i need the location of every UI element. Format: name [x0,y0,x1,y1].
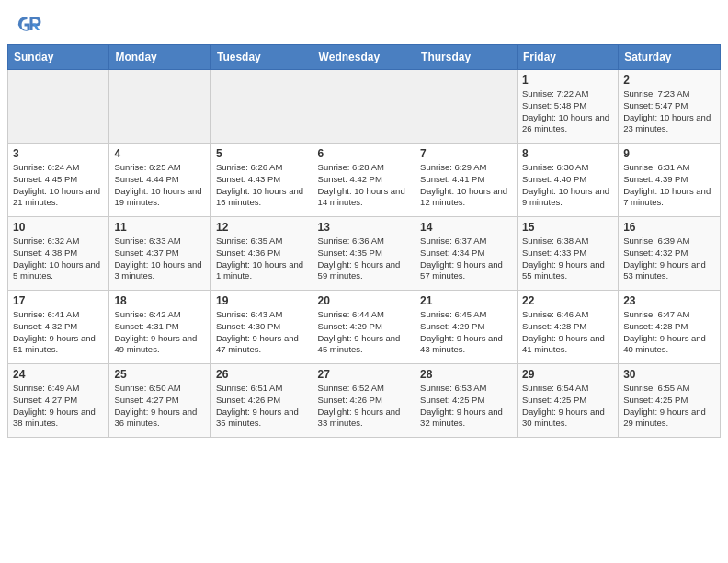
day-info: Sunrise: 6:45 AM Sunset: 4:29 PM Dayligh… [420,309,512,356]
weekday-header: Saturday [619,45,721,70]
calendar-cell: 9Sunrise: 6:31 AM Sunset: 4:39 PM Daylig… [619,144,721,217]
day-number: 10 [13,221,104,234]
day-info: Sunrise: 6:43 AM Sunset: 4:30 PM Dayligh… [216,309,308,356]
calendar-cell: 10Sunrise: 6:32 AM Sunset: 4:38 PM Dayli… [8,217,109,291]
day-info: Sunrise: 6:28 AM Sunset: 4:42 PM Dayligh… [318,162,410,209]
calendar-cell [210,70,313,144]
day-number: 18 [114,294,206,307]
day-number: 6 [318,147,410,160]
day-info: Sunrise: 6:51 AM Sunset: 4:26 PM Dayligh… [216,383,308,430]
day-number: 22 [522,294,613,307]
calendar-cell: 12Sunrise: 6:35 AM Sunset: 4:36 PM Dayli… [210,217,313,291]
day-number: 25 [114,368,206,381]
calendar-cell: 29Sunrise: 6:54 AM Sunset: 4:25 PM Dayli… [518,364,619,438]
day-number: 8 [522,147,613,160]
day-number: 20 [318,294,410,307]
day-number: 11 [114,221,206,234]
day-number: 14 [420,221,512,234]
day-number: 13 [318,221,410,234]
calendar-cell: 23Sunrise: 6:47 AM Sunset: 4:28 PM Dayli… [619,291,721,364]
calendar-cell: 28Sunrise: 6:53 AM Sunset: 4:25 PM Dayli… [415,364,518,438]
day-info: Sunrise: 6:55 AM Sunset: 4:25 PM Dayligh… [623,383,715,430]
calendar-cell: 11Sunrise: 6:33 AM Sunset: 4:37 PM Dayli… [109,217,211,291]
day-info: Sunrise: 6:49 AM Sunset: 4:27 PM Dayligh… [13,383,104,430]
day-number: 21 [420,294,512,307]
day-info: Sunrise: 6:41 AM Sunset: 4:32 PM Dayligh… [13,309,104,356]
day-number: 30 [623,368,715,381]
weekday-header: Monday [109,45,211,70]
calendar-cell [313,70,415,144]
calendar-cell: 18Sunrise: 6:42 AM Sunset: 4:31 PM Dayli… [109,291,211,364]
day-number: 9 [623,147,715,160]
day-info: Sunrise: 6:42 AM Sunset: 4:31 PM Dayligh… [114,309,206,356]
weekday-header: Tuesday [210,45,313,70]
calendar-cell: 17Sunrise: 6:41 AM Sunset: 4:32 PM Dayli… [8,291,109,364]
day-number: 5 [216,147,308,160]
day-info: Sunrise: 6:50 AM Sunset: 4:27 PM Dayligh… [114,383,206,430]
day-info: Sunrise: 6:32 AM Sunset: 4:38 PM Dayligh… [13,236,104,282]
weekday-header: Sunday [8,45,109,70]
calendar-cell: 30Sunrise: 6:55 AM Sunset: 4:25 PM Dayli… [619,364,721,438]
day-number: 24 [13,368,104,381]
day-number: 12 [216,221,308,234]
day-number: 16 [623,221,715,234]
calendar-cell: 6Sunrise: 6:28 AM Sunset: 4:42 PM Daylig… [313,144,415,217]
day-info: Sunrise: 6:46 AM Sunset: 4:28 PM Dayligh… [522,309,613,356]
day-number: 1 [522,74,613,86]
day-number: 23 [623,294,715,307]
day-info: Sunrise: 6:54 AM Sunset: 4:25 PM Dayligh… [522,383,613,430]
day-info: Sunrise: 6:37 AM Sunset: 4:34 PM Dayligh… [420,236,512,282]
calendar-cell: 8Sunrise: 6:30 AM Sunset: 4:40 PM Daylig… [518,144,619,217]
calendar-cell: 21Sunrise: 6:45 AM Sunset: 4:29 PM Dayli… [415,291,518,364]
day-info: Sunrise: 6:39 AM Sunset: 4:32 PM Dayligh… [623,236,715,282]
day-number: 28 [420,368,512,381]
calendar-cell: 24Sunrise: 6:49 AM Sunset: 4:27 PM Dayli… [8,364,109,438]
calendar-cell: 3Sunrise: 6:24 AM Sunset: 4:45 PM Daylig… [8,144,109,217]
day-info: Sunrise: 6:38 AM Sunset: 4:33 PM Dayligh… [522,236,613,282]
day-info: Sunrise: 7:23 AM Sunset: 5:47 PM Dayligh… [623,88,715,135]
day-info: Sunrise: 6:26 AM Sunset: 4:43 PM Dayligh… [216,162,308,209]
day-number: 4 [114,147,206,160]
day-info: Sunrise: 6:29 AM Sunset: 4:41 PM Dayligh… [420,162,512,209]
day-info: Sunrise: 6:44 AM Sunset: 4:29 PM Dayligh… [318,309,410,356]
day-number: 15 [522,221,613,234]
day-info: Sunrise: 6:33 AM Sunset: 4:37 PM Dayligh… [114,236,206,282]
calendar-cell [415,70,518,144]
day-number: 19 [216,294,308,307]
day-info: Sunrise: 6:36 AM Sunset: 4:35 PM Dayligh… [318,236,410,282]
logo [15,11,46,39]
day-info: Sunrise: 6:47 AM Sunset: 4:28 PM Dayligh… [623,309,715,356]
day-info: Sunrise: 6:25 AM Sunset: 4:44 PM Dayligh… [114,162,206,209]
calendar-cell: 20Sunrise: 6:44 AM Sunset: 4:29 PM Dayli… [313,291,415,364]
calendar-cell: 2Sunrise: 7:23 AM Sunset: 5:47 PM Daylig… [619,70,721,144]
day-info: Sunrise: 6:31 AM Sunset: 4:39 PM Dayligh… [623,162,715,209]
calendar-table: SundayMondayTuesdayWednesdayThursdayFrid… [7,44,721,438]
calendar-cell: 16Sunrise: 6:39 AM Sunset: 4:32 PM Dayli… [619,217,721,291]
weekday-header: Wednesday [313,45,415,70]
calendar-cell: 26Sunrise: 6:51 AM Sunset: 4:26 PM Dayli… [210,364,313,438]
day-number: 17 [13,294,104,307]
day-number: 2 [623,74,715,86]
day-info: Sunrise: 6:53 AM Sunset: 4:25 PM Dayligh… [420,383,512,430]
calendar-cell [8,70,109,144]
calendar-cell: 14Sunrise: 6:37 AM Sunset: 4:34 PM Dayli… [415,217,518,291]
day-number: 27 [318,368,410,381]
weekday-header: Thursday [415,45,518,70]
day-info: Sunrise: 7:22 AM Sunset: 5:48 PM Dayligh… [522,88,613,135]
header [0,0,728,44]
calendar-cell: 13Sunrise: 6:36 AM Sunset: 4:35 PM Dayli… [313,217,415,291]
day-number: 29 [522,368,613,381]
calendar-cell: 4Sunrise: 6:25 AM Sunset: 4:44 PM Daylig… [109,144,211,217]
day-number: 7 [420,147,512,160]
calendar-cell: 7Sunrise: 6:29 AM Sunset: 4:41 PM Daylig… [415,144,518,217]
day-info: Sunrise: 6:24 AM Sunset: 4:45 PM Dayligh… [13,162,104,209]
calendar-cell: 1Sunrise: 7:22 AM Sunset: 5:48 PM Daylig… [518,70,619,144]
day-number: 3 [13,147,104,160]
day-info: Sunrise: 6:35 AM Sunset: 4:36 PM Dayligh… [216,236,308,282]
calendar-cell: 19Sunrise: 6:43 AM Sunset: 4:30 PM Dayli… [210,291,313,364]
calendar-cell: 5Sunrise: 6:26 AM Sunset: 4:43 PM Daylig… [210,144,313,217]
calendar-cell [109,70,211,144]
calendar-cell: 25Sunrise: 6:50 AM Sunset: 4:27 PM Dayli… [109,364,211,438]
day-info: Sunrise: 6:30 AM Sunset: 4:40 PM Dayligh… [522,162,613,209]
day-info: Sunrise: 6:52 AM Sunset: 4:26 PM Dayligh… [318,383,410,430]
